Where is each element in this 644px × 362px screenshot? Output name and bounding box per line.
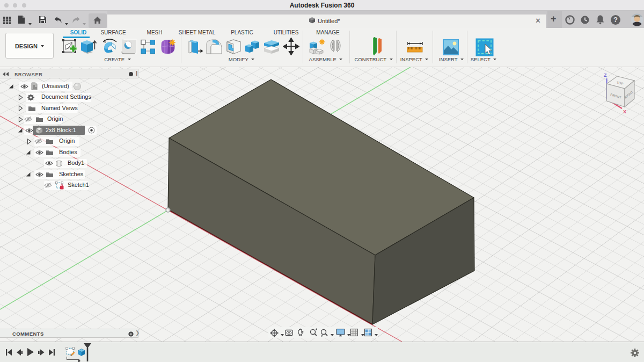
svg-text:Z: Z: [604, 73, 607, 78]
svg-text:X: X: [623, 109, 626, 114]
